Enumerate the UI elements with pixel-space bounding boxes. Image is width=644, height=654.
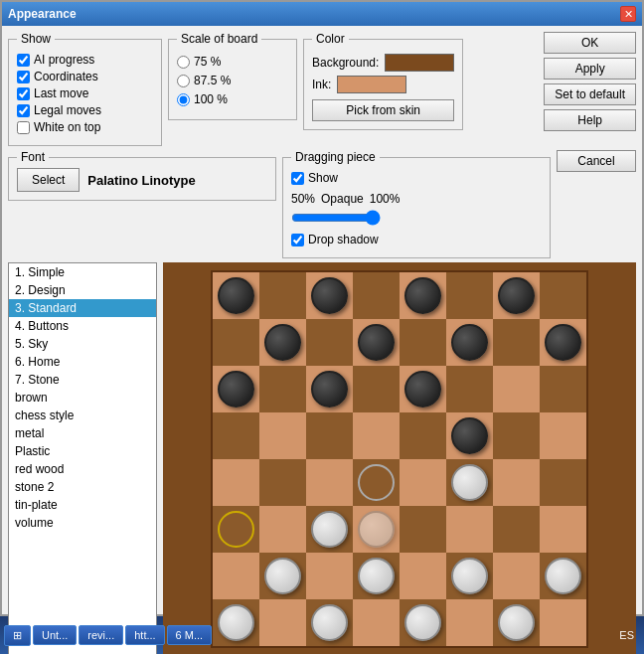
main-area: 1. Simple2. Design3. Standard4. Buttons5… xyxy=(8,262,636,654)
legal-moves-label: Legal moves xyxy=(34,103,101,117)
board-cell xyxy=(540,272,586,319)
style-item[interactable]: 7. Stone xyxy=(9,371,156,389)
apply-button[interactable]: Apply xyxy=(544,58,636,80)
chess-piece xyxy=(404,371,442,409)
board-cell xyxy=(446,553,493,599)
chess-piece xyxy=(404,277,442,315)
scale-100-radio[interactable] xyxy=(177,93,190,106)
style-item[interactable]: volume xyxy=(9,514,156,532)
font-group: Font Select Palatino Linotype xyxy=(8,150,276,201)
board-cell xyxy=(213,506,259,553)
style-item[interactable]: 1. Simple xyxy=(9,263,156,281)
chess-piece xyxy=(358,511,396,549)
board-cell xyxy=(259,553,306,599)
scale-100-label: 100 % xyxy=(194,92,228,106)
board-cell xyxy=(306,599,353,646)
scale-875-radio[interactable] xyxy=(177,75,190,87)
scale-100-row: 100 % xyxy=(177,92,288,106)
board-cell xyxy=(353,553,400,599)
ai-progress-label: AI progress xyxy=(34,53,94,67)
chess-piece xyxy=(218,511,255,549)
scale-75-label: 75 % xyxy=(194,55,221,69)
title-bar: Appearance ✕ xyxy=(2,2,642,26)
pick-from-skin-button[interactable]: Pick from skin xyxy=(312,99,454,121)
board-cell xyxy=(259,412,306,459)
style-item[interactable]: 3. Standard xyxy=(9,299,156,317)
help-button[interactable]: Help xyxy=(544,109,636,131)
dragging-inner: Show 50% Opaque 100% Drop shadow xyxy=(291,168,542,249)
style-item[interactable]: brown xyxy=(9,389,156,407)
white-on-top-row: White on top xyxy=(17,120,153,134)
coordinates-checkbox[interactable] xyxy=(17,71,30,83)
board-cell xyxy=(400,412,446,459)
font-name-label: Palatino Linotype xyxy=(87,173,195,188)
coordinates-label: Coordinates xyxy=(34,70,98,83)
select-font-button[interactable]: Select xyxy=(17,168,80,192)
taskbar-btn-2[interactable]: htt... xyxy=(125,625,164,645)
taskbar-start[interactable]: ⊞ xyxy=(4,625,31,646)
style-item[interactable]: Plastic xyxy=(9,442,156,460)
show-group: Show AI progress Coordinates Last move L… xyxy=(8,32,162,146)
drag-show-checkbox[interactable] xyxy=(291,172,304,185)
style-item[interactable]: metal xyxy=(9,424,156,442)
last-move-row: Last move xyxy=(17,86,153,100)
close-button[interactable]: ✕ xyxy=(620,6,636,22)
chess-piece xyxy=(311,371,349,409)
drag-show-row: Show xyxy=(291,171,542,185)
window-title: Appearance xyxy=(8,7,77,21)
set-to-default-button[interactable]: Set to default xyxy=(544,83,636,105)
taskbar-tray: ES xyxy=(613,627,640,643)
dragging-group: Dragging piece Show 50% Opaque 100% Dro xyxy=(282,150,551,258)
style-item[interactable]: 4. Buttons xyxy=(9,317,156,335)
taskbar-btn-1[interactable]: revi... xyxy=(79,625,123,645)
opacity-slider[interactable] xyxy=(291,210,381,226)
board-cell xyxy=(213,553,259,599)
drop-shadow-label: Drop shadow xyxy=(308,233,379,246)
chess-piece xyxy=(451,324,489,362)
style-item[interactable]: tin-plate xyxy=(9,496,156,514)
board-cell xyxy=(446,272,493,319)
chess-piece xyxy=(451,464,489,502)
board-cell xyxy=(493,459,540,506)
board-cell xyxy=(213,459,259,506)
cancel-button[interactable]: Cancel xyxy=(557,150,636,172)
opacity-row: 50% Opaque 100% xyxy=(291,192,542,206)
scale-legend: Scale of board xyxy=(177,32,261,46)
color-legend: Color xyxy=(312,32,349,46)
last-move-checkbox[interactable] xyxy=(17,87,30,100)
board-cell xyxy=(446,412,493,459)
white-on-top-checkbox[interactable] xyxy=(17,121,30,134)
style-item[interactable]: 2. Design xyxy=(9,281,156,299)
board-cell xyxy=(259,272,306,319)
opacity-label: Opaque xyxy=(321,192,364,206)
white-on-top-label: White on top xyxy=(34,120,100,134)
drop-shadow-checkbox[interactable] xyxy=(291,234,304,246)
board-cell xyxy=(353,506,400,553)
board-cell xyxy=(446,459,493,506)
appearance-window: Appearance ✕ Show AI progress Coordinate… xyxy=(0,0,644,616)
board-cell xyxy=(353,412,400,459)
style-item[interactable]: 6. Home xyxy=(9,353,156,371)
scale-75-radio[interactable] xyxy=(177,56,190,69)
ink-label: Ink: xyxy=(312,78,331,91)
board-cell xyxy=(400,506,446,553)
legal-moves-checkbox[interactable] xyxy=(17,104,30,117)
chess-piece xyxy=(218,604,255,642)
style-list[interactable]: 1. Simple2. Design3. Standard4. Buttons5… xyxy=(8,262,157,654)
ok-button[interactable]: OK xyxy=(544,32,636,54)
taskbar-btn-0[interactable]: Unt... xyxy=(33,625,77,645)
ink-swatch[interactable] xyxy=(337,76,406,93)
background-swatch[interactable] xyxy=(385,54,454,72)
style-item[interactable]: stone 2 xyxy=(9,478,156,496)
board-cell xyxy=(400,553,446,599)
chess-piece xyxy=(498,604,536,642)
drag-show-label: Show xyxy=(308,171,338,185)
style-item[interactable]: red wood xyxy=(9,460,156,478)
taskbar-btn-3[interactable]: 6 M... xyxy=(167,625,213,645)
style-item[interactable]: 5. Sky xyxy=(9,335,156,353)
style-item[interactable]: chess style xyxy=(9,407,156,424)
ai-progress-checkbox[interactable] xyxy=(17,54,30,67)
board-cell xyxy=(353,599,400,646)
board-cell xyxy=(493,506,540,553)
board-cell xyxy=(259,599,306,646)
